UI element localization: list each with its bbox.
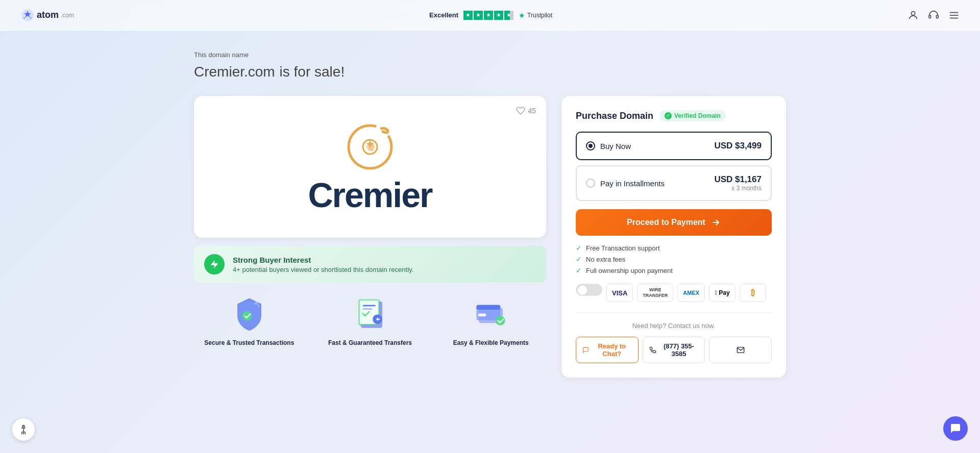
buy-now-label: Buy Now: [600, 142, 631, 150]
verified-badge: ✓ Verified Domain: [659, 110, 726, 121]
star-1: ★: [463, 11, 473, 20]
buy-now-price-main: USD $3,499: [714, 141, 762, 151]
feature-secure: Secure & Trusted Transactions: [194, 293, 305, 347]
star-4: ★: [494, 11, 503, 20]
feature-payment: Easy & Flexible Payments: [435, 293, 546, 347]
buy-now-price: USD $3,499: [714, 141, 762, 151]
menu-icon-button[interactable]: [948, 10, 960, 21]
buy-now-left: Buy Now: [586, 141, 631, 150]
svg-rect-13: [362, 305, 375, 306]
svg-point-20: [496, 316, 505, 325]
domain-suffix: is for sale!: [280, 64, 345, 80]
purchase-title: Purchase Domain: [576, 111, 653, 121]
page-subtitle: This domain name: [194, 51, 786, 59]
installments-price-main: USD $1,167: [714, 174, 762, 185]
checklist-item-3: ✓ Full ownership upon payment: [576, 266, 772, 274]
help-buttons: Ready to Chat? (877) 355-3585: [576, 337, 772, 363]
interest-title: Strong Buyer Interest: [233, 256, 413, 264]
header-icons: [908, 10, 960, 21]
accessibility-icon: [18, 424, 29, 435]
svg-rect-18: [477, 305, 501, 309]
checklist-label-1: Free Transaction support: [586, 244, 660, 252]
svg-point-8: [242, 311, 252, 320]
svg-point-21: [22, 425, 24, 427]
installments-price-sub: x 3 months: [714, 185, 762, 192]
logo-com: .com: [61, 12, 74, 19]
svg-rect-19: [478, 313, 486, 316]
installments-option[interactable]: Pay in Installments USD $1,167 x 3 month…: [576, 165, 772, 201]
checklist: ✓ Free Transaction support ✓ No extra fe…: [576, 244, 772, 274]
payment-applepay:  Pay: [709, 284, 736, 302]
check-icon-3: ✓: [576, 266, 582, 274]
left-panel: 45 Cremier: [194, 96, 546, 347]
svg-rect-2: [937, 15, 939, 18]
chat-btn-label: Ready to Chat?: [592, 342, 632, 358]
trustpilot-stars: ★ ★ ★ ★ ★: [463, 11, 513, 20]
installments-price: USD $1,167 x 3 months: [714, 174, 762, 192]
purchase-card: Purchase Domain ✓ Verified Domain Buy No…: [561, 96, 786, 377]
secure-icon-wrap: [229, 293, 270, 334]
features-row: Secure & Trusted Transactions: [194, 293, 546, 347]
interest-banner: Strong Buyer Interest 4+ potential buyer…: [194, 246, 546, 283]
email-icon: [737, 346, 745, 354]
content-grid: 45 Cremier: [194, 96, 786, 377]
svg-rect-1: [929, 15, 931, 18]
header: atom.com Excellent ★ ★ ★ ★ ★ ★ Trustpilo…: [0, 0, 980, 31]
check-icon-2: ✓: [576, 255, 582, 263]
interest-desc: 4+ potential buyers viewed or shortliste…: [233, 266, 413, 273]
fast-icon-wrap: [350, 293, 390, 334]
phone-btn-label: (877) 355-3585: [659, 342, 699, 358]
svg-point-0: [911, 11, 915, 15]
accessibility-button[interactable]: [12, 418, 35, 441]
star-2: ★: [474, 11, 483, 20]
installments-label: Pay in Installments: [600, 179, 665, 188]
buy-now-radio: [586, 141, 595, 150]
like-button[interactable]: 45: [516, 106, 536, 115]
payment-wire: WIRETRANSFER: [637, 284, 673, 302]
payment-methods: VISA WIRETRANSFER AMEX  Pay ₿: [576, 284, 772, 302]
checklist-item-2: ✓ No extra fees: [576, 255, 772, 263]
verified-dot-icon: ✓: [665, 112, 672, 119]
svg-rect-14: [362, 308, 372, 310]
domain-card: 45 Cremier: [194, 96, 546, 238]
payment-amex: AMEX: [677, 284, 705, 302]
interest-text: Strong Buyer Interest 4+ potential buyer…: [233, 256, 413, 273]
chat-support-button[interactable]: [943, 416, 968, 441]
help-text: Need help? Contact us now.: [576, 322, 772, 330]
interest-icon: [204, 254, 225, 274]
star-5-half: ★: [504, 11, 513, 20]
phone-icon: [649, 346, 656, 354]
trustpilot-brand: ★ Trustpilot: [519, 11, 552, 19]
buy-now-option[interactable]: Buy Now USD $3,499: [576, 132, 772, 160]
checklist-label-2: No extra fees: [586, 256, 625, 263]
chat-icon: [582, 346, 589, 354]
headset-icon-button[interactable]: [928, 10, 939, 21]
trustpilot-section: Excellent ★ ★ ★ ★ ★ ★ Trustpilot: [429, 11, 552, 20]
page-title: Cremier.com is for sale!: [194, 62, 786, 81]
arrow-right-icon: [710, 217, 721, 228]
email-button[interactable]: [709, 337, 772, 363]
installments-left: Pay in Installments: [586, 179, 665, 188]
proceed-to-payment-button[interactable]: Proceed to Payment: [576, 209, 772, 236]
feature-secure-label: Secure & Trusted Transactions: [204, 339, 294, 347]
svg-point-9: [255, 301, 258, 305]
checklist-item-1: ✓ Free Transaction support: [576, 244, 772, 252]
checklist-label-3: Full ownership upon payment: [586, 267, 673, 274]
phone-button[interactable]: (877) 355-3585: [643, 337, 705, 363]
payment-visa: VISA: [606, 284, 633, 302]
chat-button[interactable]: Ready to Chat?: [576, 337, 639, 363]
feature-fast-label: Fast & Guaranteed Transfers: [328, 339, 412, 347]
chat-support-icon: [949, 422, 962, 435]
purchase-header: Purchase Domain ✓ Verified Domain: [576, 110, 772, 121]
like-count: 45: [528, 107, 536, 115]
star-3: ★: [484, 11, 493, 20]
feature-fast: Fast & Guaranteed Transfers: [315, 293, 426, 347]
tp-star-icon: ★: [519, 11, 525, 19]
trustpilot-label: Excellent: [429, 11, 458, 19]
help-section: Need help? Contact us now. Ready to Chat…: [576, 312, 772, 363]
brand-name: Cremier: [308, 178, 432, 212]
logo[interactable]: atom.com: [20, 8, 74, 22]
logo-text: atom: [37, 10, 59, 20]
check-icon-1: ✓: [576, 244, 582, 252]
user-icon-button[interactable]: [908, 10, 919, 21]
